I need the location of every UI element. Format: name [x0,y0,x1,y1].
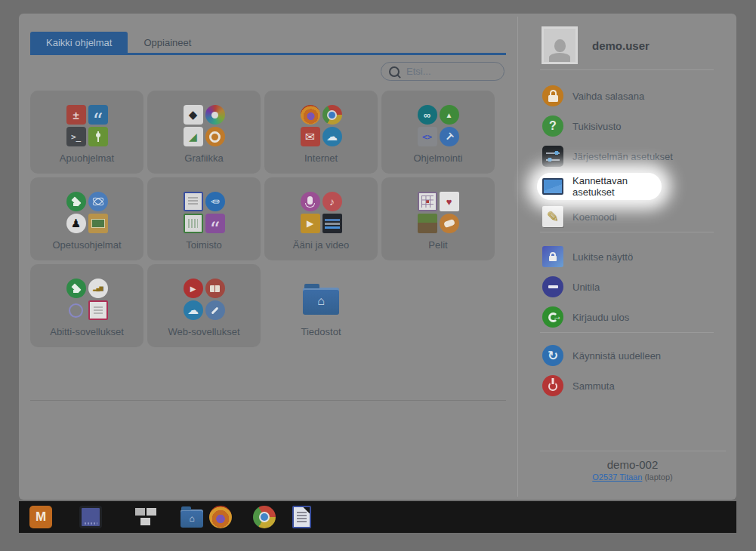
window-switcher-icon[interactable] [134,506,157,528]
sidebar-separator [540,332,714,333]
sidebar-item-kaynnista-uudelleen[interactable]: Käynnistä uudelleen [518,340,736,371]
card-label: Grafiikka [184,152,223,164]
tab-subjects[interactable]: Oppiaineet [128,32,207,53]
sidebar-separator [540,451,726,451]
sidebar-item-sammuta[interactable]: Sammuta [518,371,736,401]
card-icon-cluster [301,192,342,233]
main-separator [30,400,506,401]
system-settings-icon [542,146,563,167]
model-link[interactable]: O2537 Titaan [592,473,642,482]
category-card-apuohjelmat[interactable]: Apuohjelmat [30,91,143,174]
file-manager-icon[interactable] [181,509,203,528]
exam-pencil-icon [542,206,563,227]
card-label: Web-sovellukset [168,326,239,337]
restart-icon [542,345,563,366]
science-icon [88,192,108,211]
minecraft-icon [418,214,437,233]
launcher-panel: Kaikki ohjelmat Oppiaineet Apuohjelmat [19,14,736,500]
card-label: Apuohjelmat [60,152,114,164]
menu-launcher-icon[interactable]: M [29,506,52,528]
youtube-icon [184,279,203,298]
card-icon-cluster [66,279,108,320]
sidebar: demo.user Vaihda salasana Tukisivusto Jä… [518,14,736,500]
sidebar-menu-session: Lukitse näyttö Unitila Kirjaudu ulos [518,242,736,332]
terminal-icon [66,127,86,146]
color-wheel-icon [205,105,225,125]
taskbar: M [19,501,736,533]
card-icon-cluster [184,192,225,233]
card-icon-cluster [418,105,459,146]
card-icon-cluster [66,105,108,146]
sidebar-item-label: Unitila [572,282,600,293]
code-editor-icon [418,127,437,146]
show-desktop-icon[interactable] [79,506,102,528]
sidebar-item-tukisivusto[interactable]: Tukisivusto [518,111,736,141]
category-card-tiedostot[interactable]: Tiedostot [264,264,378,347]
video-player-icon [301,214,320,233]
tux-icon [66,214,86,233]
hostname: demo-002 [529,458,736,471]
logout-icon [542,306,563,328]
card-icon-cluster [184,105,225,146]
sidebar-item-vaihda-salasana[interactable]: Vaihda salasana [518,81,736,111]
main-area: Kaikki ohjelmat Oppiaineet Apuohjelmat [19,14,517,500]
lock-screen-icon [542,246,563,267]
chrome-icon[interactable] [253,506,276,528]
document-icon[interactable] [292,506,311,528]
card-icon-cluster [418,192,459,233]
menu-launcher-glyph: M [35,509,46,525]
sidebar-item-kannettavan-asetukset[interactable]: Kannettavan asetukset [537,173,662,200]
category-card-internet[interactable]: Internet [264,91,378,174]
search-icon [389,66,400,77]
microphone-icon [301,192,320,211]
sleep-icon [542,276,563,297]
category-card-ohjelmointi[interactable]: Ohjelmointi [381,91,495,174]
category-card-web-sovellukset[interactable]: Web-sovellukset [147,264,261,347]
inkscape-icon [184,105,203,125]
avatar [542,26,578,64]
ring-icon [69,303,83,318]
sidebar-item-label: Koemoodi [572,211,617,223]
ebook-icon [205,279,225,298]
card-icon-cluster [301,279,342,320]
card-icon-cluster [66,192,108,233]
help-icon [542,115,563,137]
video-editor-icon [322,214,342,233]
category-card-abitti-sovellukset[interactable]: Abitti-sovellukset [30,264,143,347]
category-card-aani-ja-video[interactable]: Ääni ja video [264,177,378,260]
education-icon [66,279,86,298]
sidebar-separator [540,69,714,70]
sidebar-item-label: Kirjaudu ulos [572,312,629,323]
notes-icon [88,105,108,125]
pen-icon [205,192,225,211]
category-card-toimisto[interactable]: Toimisto [147,177,261,260]
firefox-icon[interactable] [209,506,232,528]
category-card-grafiikka[interactable]: Grafiikka [147,91,261,174]
category-card-opetusohjelmat[interactable]: Opetusohjelmat [30,177,143,260]
sidebar-item-unitila[interactable]: Unitila [518,272,736,302]
device-info: demo-002 O2537 Titaan (laptop) [518,451,736,482]
category-card-pelit[interactable]: Pelit [381,177,495,260]
sudoku-icon [418,192,437,211]
sidebar-separator [540,232,714,232]
sidebar-item-koemoodi[interactable]: Koemoodi [518,202,736,232]
search-input[interactable] [405,65,496,78]
sidebar-item-label: Järjestelmän asetukset [572,151,673,162]
education-icon [66,192,86,211]
writer-document-icon [184,192,203,211]
sidebar-item-lukitse-naytto[interactable]: Lukitse näyttö [518,242,736,272]
builder-icon [440,127,459,146]
laptop-display-icon [542,178,563,195]
sidebar-item-label: Käynnistä uudelleen [572,350,661,362]
card-icon-cluster [184,279,225,320]
sidebar-item-jarjestelman-asetukset[interactable]: Järjestelmän asetukset [518,141,736,171]
card-label: Internet [304,152,338,164]
search-box[interactable] [381,62,505,81]
sidebar-item-label: Sammuta [572,380,615,392]
tab-all-programs[interactable]: Kaikki ohjelmat [30,32,128,53]
statistics-icon [88,279,108,298]
arduino-icon [418,105,437,125]
calculator-icon [66,105,86,125]
sidebar-item-kirjaudu-ulos[interactable]: Kirjaudu ulos [518,302,736,332]
sidebar-item-label: Kannettavan asetukset [572,175,662,198]
